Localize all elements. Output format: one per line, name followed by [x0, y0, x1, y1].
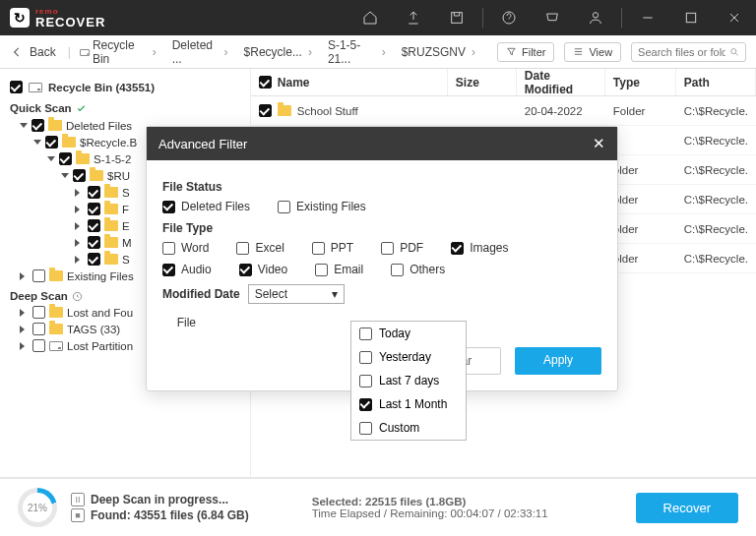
drive-icon: [29, 83, 42, 92]
search-icon: [729, 46, 739, 58]
dd-last1m[interactable]: Last 1 Month: [351, 392, 466, 416]
modified-date-select[interactable]: Select▾: [248, 284, 345, 304]
col-path[interactable]: Path: [676, 69, 756, 95]
time-text: Time Elapsed / Remaining: 00:04:07 / 02:…: [312, 507, 548, 519]
opt-images[interactable]: Images: [451, 241, 508, 255]
svg-point-2: [593, 13, 598, 18]
opt-excel[interactable]: Excel: [236, 241, 284, 255]
opt-audio[interactable]: Audio: [162, 263, 212, 276]
date-dropdown: Today Yesterday Last 7 days Last 1 Month…: [350, 321, 467, 441]
file-status-label: File Status: [162, 180, 601, 194]
stop-icon[interactable]: ■: [71, 508, 85, 522]
maximize-icon[interactable]: [669, 0, 713, 35]
minimize-icon[interactable]: [626, 0, 669, 35]
apply-button[interactable]: Apply: [515, 347, 601, 375]
view-button[interactable]: View: [564, 42, 621, 62]
close-icon[interactable]: [713, 0, 756, 35]
col-size[interactable]: Size: [448, 69, 517, 95]
back-button[interactable]: Back: [10, 45, 64, 59]
app-logo: ↻ remo RECOVER: [10, 8, 105, 29]
table-row[interactable]: School Stuff 20-04-2022 Folder C:\$Recyc…: [251, 96, 756, 126]
opt-ppt[interactable]: PPT: [312, 241, 353, 255]
root-node[interactable]: Recycle Bin (43551): [6, 77, 244, 99]
svg-point-5: [87, 53, 88, 54]
opt-video[interactable]: Video: [239, 263, 287, 276]
breadcrumb-bar: Back | Recycle Bin› Deleted ...› $Recycl…: [0, 35, 756, 69]
dd-last7[interactable]: Last 7 days: [351, 369, 466, 392]
search-input[interactable]: [631, 42, 746, 62]
progress-ring: 21%: [18, 488, 57, 527]
file-type-label: File Type: [162, 221, 601, 235]
opt-existing-files[interactable]: Existing Files: [278, 200, 366, 213]
opt-others[interactable]: Others: [391, 263, 445, 276]
col-type[interactable]: Type: [605, 69, 676, 95]
filter-button[interactable]: Filter: [497, 42, 554, 62]
crumb-4[interactable]: $RUZSGNV›: [398, 43, 483, 61]
dd-yesterday[interactable]: Yesterday: [351, 345, 466, 369]
modal-close-icon[interactable]: ✕: [593, 135, 605, 152]
recover-button[interactable]: Recover: [636, 493, 738, 523]
titlebar: ↻ remo RECOVER: [0, 0, 756, 35]
crumb-1[interactable]: Deleted ...›: [168, 36, 236, 68]
dd-today[interactable]: Today: [351, 322, 466, 345]
home-icon[interactable]: [348, 0, 392, 35]
modal-title: Advanced Filter: [158, 137, 247, 151]
modified-date-label: Modified Date: [162, 287, 240, 301]
crumb-3[interactable]: S-1-5-21...›: [324, 36, 394, 68]
opt-pdf[interactable]: PDF: [381, 241, 423, 255]
col-name[interactable]: Name: [251, 69, 448, 95]
selected-text: Selected: 22515 files (1.8GB): [312, 496, 548, 507]
back-label: Back: [30, 45, 56, 59]
cart-icon[interactable]: [531, 0, 574, 35]
svg-rect-0: [452, 13, 463, 24]
user-icon[interactable]: [574, 0, 617, 35]
svg-point-6: [730, 48, 735, 53]
found-status: Found: 43551 files (6.84 GB): [91, 508, 249, 522]
modal-titlebar: Advanced Filter ✕: [147, 127, 617, 160]
opt-deleted-files[interactable]: Deleted Files: [162, 200, 250, 213]
root-checkbox[interactable]: [10, 81, 23, 93]
clock-icon: [72, 291, 83, 302]
help-icon[interactable]: [487, 0, 531, 35]
quick-scan-label: Quick Scan: [6, 99, 244, 117]
crumb-2[interactable]: $Recycle...›: [240, 43, 320, 61]
logo-icon: ↻: [10, 8, 30, 28]
scan-status: Deep Scan in progress...: [91, 493, 228, 506]
file-name-label: File: [162, 316, 196, 329]
crumb-root[interactable]: Recycle Bin›: [75, 36, 164, 68]
opt-email[interactable]: Email: [315, 263, 363, 276]
dd-custom[interactable]: Custom: [351, 416, 466, 440]
export-icon[interactable]: [392, 0, 435, 35]
svg-rect-3: [686, 13, 695, 22]
save-icon[interactable]: [435, 0, 478, 35]
col-date[interactable]: Date Modified: [517, 69, 605, 95]
app-name: RECOVER: [35, 16, 105, 29]
opt-word[interactable]: Word: [162, 241, 209, 255]
check-icon: [76, 103, 87, 114]
pause-icon[interactable]: II: [71, 493, 85, 506]
footer: 21% IIDeep Scan in progress... ■Found: 4…: [0, 477, 756, 536]
